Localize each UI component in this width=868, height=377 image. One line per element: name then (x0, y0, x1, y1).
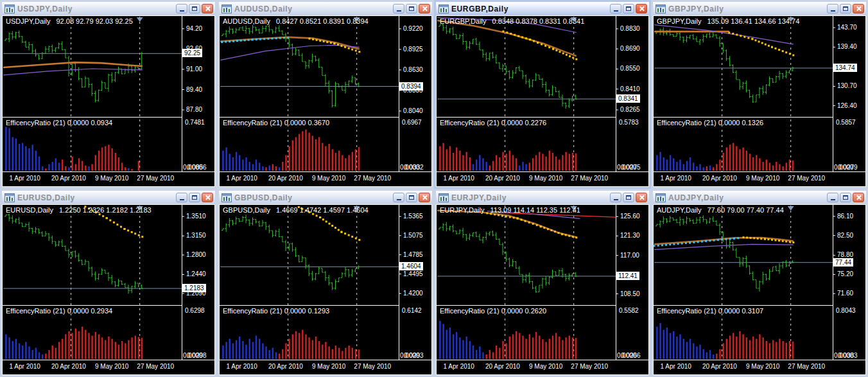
maximize-button[interactable] (406, 4, 417, 13)
close-button[interactable] (419, 4, 430, 13)
current-price-badge: 134.74 (833, 64, 857, 72)
window-titlebar[interactable]: AUDUSD,Daily (219, 2, 432, 15)
close-button[interactable] (636, 193, 647, 202)
chart-icon[interactable] (4, 4, 15, 13)
chart-icon[interactable] (4, 193, 15, 202)
maximize-button[interactable] (189, 193, 200, 202)
chart-area[interactable]: AUDUSD,Daily0.8427 0.8521 0.8391 0.8394 … (219, 15, 432, 187)
indicator-min-label: 0.0332 (404, 164, 424, 171)
window-titlebar[interactable]: EURGBP,Daily (436, 2, 649, 15)
chart-area[interactable]: EURGBP,Daily0.8348 0.8378 0.8331 0.8341 … (436, 15, 649, 187)
close-button[interactable] (853, 4, 864, 13)
window-titlebar[interactable]: USDJPY,Daily (2, 2, 215, 15)
minimize-button[interactable] (393, 193, 404, 202)
x-axis-label: 9 May 2010 (529, 175, 562, 182)
price-tick-label: 94.20 (186, 25, 202, 32)
indicator-min-label: 0.0266 (621, 352, 641, 359)
price-tick-label: 87.80 (186, 106, 202, 113)
x-axis-label: 27 May 2010 (571, 175, 608, 182)
chart-icon[interactable] (438, 4, 449, 13)
chart-icon[interactable] (221, 193, 232, 202)
maximize-button[interactable] (189, 4, 200, 13)
chart-icon[interactable] (655, 4, 666, 13)
indicator-label: EfficencyRatio (21) 0.0000 0.1326 (657, 119, 763, 127)
minimize-icon (614, 10, 618, 12)
window-title: GBPJPY,Daily (668, 4, 824, 13)
x-axis-label: 1 Apr 2010 (444, 363, 474, 370)
minimize-button[interactable] (610, 193, 621, 202)
maximize-icon (626, 195, 631, 200)
x-axis-label: 1 Apr 2010 (661, 363, 691, 370)
chart-symbol-label: EURJPY,Daily (440, 206, 485, 214)
chart-area[interactable]: GBPUSD,Daily1.4669 1.4742 1.4597 1.4604 … (219, 204, 432, 375)
maximize-icon (409, 6, 414, 11)
minimize-button[interactable] (827, 193, 838, 202)
chart-area[interactable]: EURJPY,Daily113.09 114.14 112.35 112.41 … (436, 204, 649, 375)
chart-area[interactable]: EURUSD,Daily1.2250 1.2326 1.2182 1.2183 … (2, 204, 215, 375)
window-controls (610, 193, 647, 202)
current-price-badge: 112.41 (616, 272, 639, 280)
maximize-button[interactable] (623, 193, 634, 202)
price-tick-label: 1.4785 (403, 251, 423, 258)
current-price-badge: 1.2183 (182, 284, 206, 292)
window-title: GBPUSD,Daily (234, 193, 390, 202)
chart-area[interactable]: USDJPY,Daily92.08 92.79 92.03 92.25 Effi… (2, 15, 215, 187)
chart-symbol-label: USDJPY,Daily (6, 17, 51, 25)
close-icon (856, 6, 862, 12)
x-axis-label: 27 May 2010 (137, 175, 174, 182)
chart-icon[interactable] (221, 4, 232, 13)
indicator-max-label: 0.7481 (185, 119, 205, 126)
close-button[interactable] (202, 4, 213, 13)
maximize-icon (843, 195, 848, 200)
chart-area[interactable]: GBPJPY,Daily135.09 136.41 134.66 134.74 … (653, 15, 866, 187)
price-tick-label: 0.8265 (620, 106, 640, 113)
chart-symbol-label: EURUSD,Daily (6, 206, 53, 214)
price-tick-label: 0.8040 (403, 107, 423, 114)
minimize-button[interactable] (393, 4, 404, 13)
maximize-button[interactable] (623, 4, 634, 13)
current-price-badge: 92.25 (182, 49, 202, 57)
window-titlebar[interactable]: GBPJPY,Daily (653, 2, 866, 15)
maximize-icon (192, 195, 197, 200)
window-title: EURGBP,Daily (451, 4, 607, 13)
chart-icon[interactable] (655, 193, 666, 202)
close-button[interactable] (636, 4, 647, 13)
close-button[interactable] (853, 193, 864, 202)
price-tick-label: 108.50 (620, 290, 640, 297)
chart-canvas (219, 15, 432, 187)
price-tick-label: 82.50 (837, 232, 853, 239)
close-button[interactable] (202, 193, 213, 202)
minimize-button[interactable] (176, 193, 187, 202)
price-tick-label: 130.70 (837, 82, 857, 89)
minimize-button[interactable] (610, 4, 621, 13)
minimize-icon (831, 10, 835, 12)
x-axis-label: 9 May 2010 (312, 175, 345, 182)
price-tick-label: 125.60 (620, 213, 640, 220)
chart-ohlc-readout: GBPJPY,Daily135.09 136.41 134.66 134.74 (657, 17, 799, 25)
maximize-button[interactable] (406, 193, 417, 202)
chart-symbol-label: EURGBP,Daily (440, 17, 487, 25)
chart-icon[interactable] (438, 193, 449, 202)
indicator-max-label: 0.5857 (836, 119, 856, 126)
window-title: EURJPY,Daily (451, 193, 607, 202)
minimize-icon (397, 10, 401, 12)
window-titlebar[interactable]: EURJPY,Daily (436, 191, 649, 204)
window-titlebar[interactable]: AUDJPY,Daily (653, 191, 866, 204)
indicator-max-label: 0.8043 (836, 307, 856, 314)
minimize-button[interactable] (827, 4, 838, 13)
price-tick-label: 139.40 (837, 43, 857, 50)
chart-canvas (219, 204, 432, 375)
price-tick-label: 143.70 (837, 24, 857, 31)
window-titlebar[interactable]: EURUSD,Daily (2, 191, 215, 204)
close-button[interactable] (419, 193, 430, 202)
maximize-button[interactable] (840, 193, 851, 202)
window-controls (176, 193, 213, 202)
current-price-badge: 0.8341 (616, 94, 640, 103)
price-tick-label: 0.8550 (620, 65, 640, 72)
indicator-label: EfficencyRatio (21) 0.0000 0.2276 (440, 119, 546, 127)
minimize-button[interactable] (176, 4, 187, 13)
price-tick-label: 1.5075 (403, 232, 423, 239)
window-titlebar[interactable]: GBPUSD,Daily (219, 191, 432, 204)
maximize-button[interactable] (840, 4, 851, 13)
chart-area[interactable]: AUDJPY,Daily77.60 79.00 77.40 77.44 Effi… (653, 204, 866, 375)
